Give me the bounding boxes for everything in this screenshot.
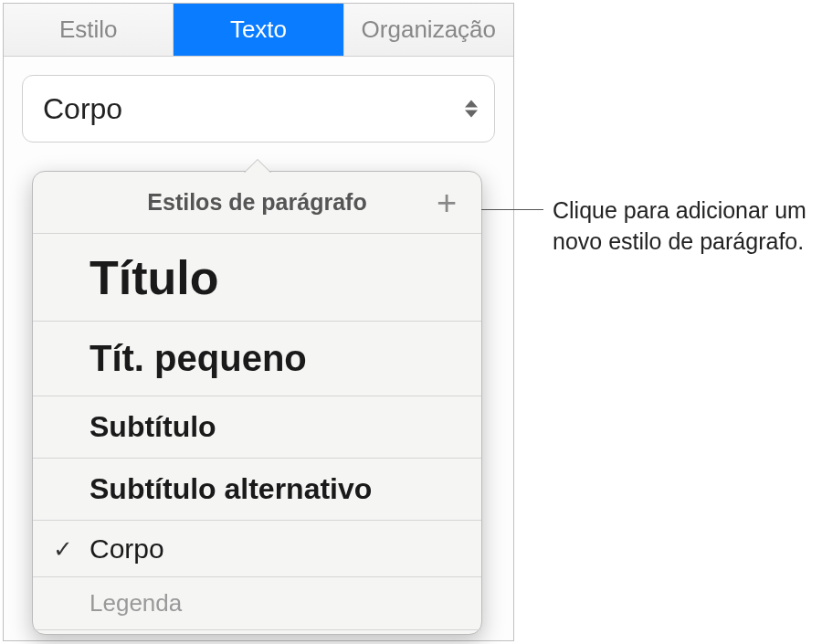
callout-text: Clique para adicionar um novo estilo de … xyxy=(553,195,808,258)
style-item-corpo[interactable]: ✓ Corpo xyxy=(33,521,481,577)
popover-header: Estilos de parágrafo + xyxy=(33,172,481,234)
paragraph-style-selector[interactable]: Corpo xyxy=(22,75,495,143)
style-item-label: Subtítulo alternativo xyxy=(90,472,372,506)
popover-title: Estilos de parágrafo xyxy=(147,189,366,216)
tab-texto[interactable]: Texto xyxy=(174,4,343,56)
style-item-tit-pequeno[interactable]: Tít. pequeno xyxy=(33,322,481,396)
style-list: Título Tít. pequeno Subtítulo Subtítulo … xyxy=(33,234,481,630)
style-item-subtitulo-alternativo[interactable]: Subtítulo alternativo xyxy=(33,459,481,521)
paragraph-styles-popover: Estilos de parágrafo + Título Tít. peque… xyxy=(32,171,482,635)
checkmark-icon: ✓ xyxy=(53,534,73,563)
tab-bar: Estilo Texto Organização xyxy=(4,4,513,57)
style-item-label: Subtítulo xyxy=(90,410,216,444)
style-item-label: Legenda xyxy=(90,589,182,618)
style-item-label: Título xyxy=(90,250,219,305)
style-item-titulo[interactable]: Título xyxy=(33,234,481,322)
style-item-label: Tít. pequeno xyxy=(90,338,307,379)
tab-organizacao[interactable]: Organização xyxy=(344,4,513,56)
style-item-label: Corpo xyxy=(90,533,164,565)
callout-leader-line xyxy=(481,209,543,210)
style-item-legenda[interactable]: Legenda xyxy=(33,577,481,630)
tab-estilo[interactable]: Estilo xyxy=(4,4,174,56)
style-item-subtitulo[interactable]: Subtítulo xyxy=(33,396,481,459)
plus-icon: + xyxy=(437,185,457,220)
tab-content: Corpo xyxy=(4,57,513,161)
add-style-button[interactable]: + xyxy=(432,188,461,217)
stepper-arrows-icon xyxy=(465,100,478,118)
selector-value: Corpo xyxy=(43,92,122,126)
